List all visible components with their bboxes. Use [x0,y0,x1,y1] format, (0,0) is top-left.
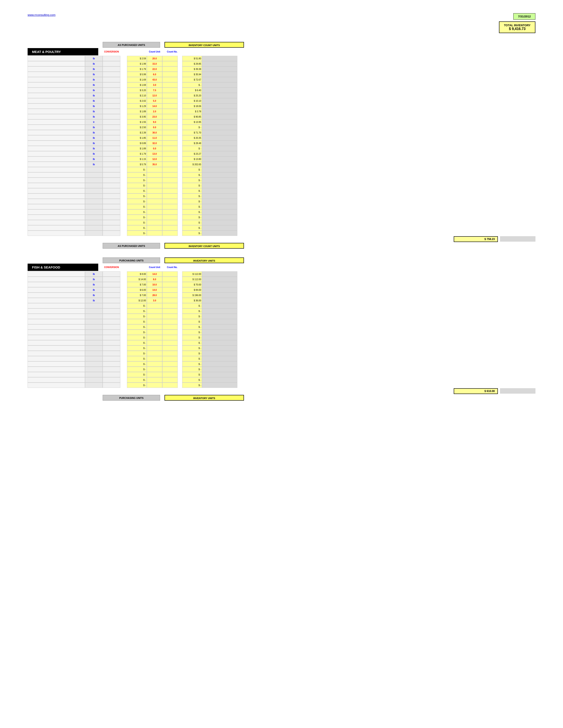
ap-unit-cell[interactable] [85,367,103,372]
count-no-cell[interactable] [162,141,178,146]
count-no-cell[interactable] [162,98,178,103]
count-unit-cell[interactable]: 11.0 [147,135,162,141]
conversion-cell[interactable] [103,293,120,298]
price-cell[interactable]: $ 3.20 [127,88,147,93]
count-unit-cell[interactable]: 12.0 [147,156,162,162]
count-no-cell[interactable] [162,172,178,178]
conversion-cell[interactable] [103,351,120,356]
price-cell[interactable]: $ - [127,204,147,209]
price-cell[interactable]: $ 5.99 [127,72,147,77]
count-unit-cell[interactable] [147,330,162,335]
conversion-cell[interactable] [103,220,120,225]
count-no-cell[interactable] [162,162,178,167]
count-unit-cell[interactable]: 28.0 [147,293,162,298]
conversion-cell[interactable] [103,330,120,335]
ap-unit-cell[interactable] [85,231,103,236]
count-unit-cell[interactable]: 3.0 [147,82,162,88]
count-unit-cell[interactable] [147,209,162,215]
price-cell[interactable]: $ 14.00 [127,277,147,282]
conversion-cell[interactable] [103,151,120,156]
ap-unit-cell[interactable] [85,314,103,319]
conversion-cell[interactable] [103,303,120,308]
conversion-cell[interactable] [103,114,120,119]
count-no-cell[interactable] [162,308,178,314]
ap-unit-cell[interactable] [85,209,103,215]
count-unit-cell[interactable] [147,167,162,172]
price-cell[interactable]: $ 2.50 [127,125,147,130]
count-unit-cell[interactable] [147,377,162,383]
count-unit-cell[interactable]: 14.0 [147,271,162,277]
price-cell[interactable]: $ - [127,225,147,231]
count-unit-cell[interactable] [147,361,162,367]
price-cell[interactable]: $ 1.79 [127,66,147,72]
count-unit-cell[interactable]: 14.0 [147,287,162,293]
count-unit-cell[interactable]: 15.0 [147,61,162,66]
count-no-cell[interactable] [162,345,178,351]
count-no-cell[interactable] [162,167,178,172]
count-no-cell[interactable] [162,361,178,367]
conversion-cell[interactable] [103,88,120,93]
count-unit-cell[interactable] [147,345,162,351]
count-no-cell[interactable] [162,82,178,88]
count-unit-cell[interactable]: 6.0 [147,72,162,77]
count-no-cell[interactable] [162,88,178,93]
count-unit-cell[interactable] [147,303,162,308]
price-cell[interactable]: $ - [127,324,147,330]
ap-unit-cell[interactable]: lb [85,135,103,141]
count-no-cell[interactable] [162,204,178,209]
conversion-cell[interactable] [103,141,120,146]
conversion-cell[interactable] [103,188,120,193]
conversion-cell[interactable] [103,383,120,388]
count-no-cell[interactable] [162,324,178,330]
price-cell[interactable]: $ - [127,231,147,236]
ap-unit-cell[interactable] [85,356,103,361]
conversion-cell[interactable] [103,56,120,61]
count-unit-cell[interactable] [147,178,162,183]
conversion-cell[interactable] [103,178,120,183]
price-cell[interactable]: $ - [127,340,147,345]
ap-unit-cell[interactable] [85,345,103,351]
price-cell[interactable]: $ - [127,199,147,204]
conversion-cell[interactable] [103,167,120,172]
ap-unit-cell[interactable]: lb [85,114,103,119]
ap-unit-cell[interactable]: lb [85,156,103,162]
count-no-cell[interactable] [162,356,178,361]
count-unit-cell[interactable] [147,215,162,220]
conversion-cell[interactable] [103,314,120,319]
price-cell[interactable]: $ 1.69 [127,82,147,88]
price-cell[interactable]: $ - [127,345,147,351]
price-cell[interactable]: $ 7.00 [127,282,147,287]
ap-unit-cell[interactable]: lr [85,119,103,125]
price-cell[interactable]: $ 1.29 [127,103,147,109]
ap-unit-cell[interactable] [85,330,103,335]
ap-unit-cell[interactable]: lb [85,293,103,298]
count-no-cell[interactable] [162,119,178,125]
conversion-cell[interactable] [103,282,120,287]
ap-unit-cell[interactable] [85,172,103,178]
conversion-cell[interactable] [103,66,120,72]
ap-unit-cell[interactable] [85,225,103,231]
price-cell[interactable]: $ 1.79 [127,151,147,156]
ap-unit-cell[interactable]: lb [85,82,103,88]
ap-unit-cell[interactable]: lb [85,93,103,98]
ap-unit-cell[interactable]: lb [85,141,103,146]
count-unit-cell[interactable]: 5.0 [147,98,162,103]
count-no-cell[interactable] [162,188,178,193]
price-cell[interactable]: $ - [127,314,147,319]
price-cell[interactable]: $ 1.89 [127,109,147,114]
ap-unit-cell[interactable] [85,178,103,183]
conversion-cell[interactable] [103,225,120,231]
count-no-cell[interactable] [162,183,178,188]
conversion-cell[interactable] [103,93,120,98]
conversion-cell[interactable] [103,308,120,314]
count-unit-cell[interactable]: 43.0 [147,77,162,82]
count-unit-cell[interactable] [147,340,162,345]
conversion-cell[interactable] [103,204,120,209]
ap-unit-cell[interactable] [85,372,103,377]
price-cell[interactable]: $ 8.00 [127,271,147,277]
ap-unit-cell[interactable] [85,377,103,383]
price-cell[interactable]: $ - [127,183,147,188]
conversion-cell[interactable] [103,98,120,103]
count-unit-cell[interactable] [147,225,162,231]
count-unit-cell[interactable] [147,199,162,204]
